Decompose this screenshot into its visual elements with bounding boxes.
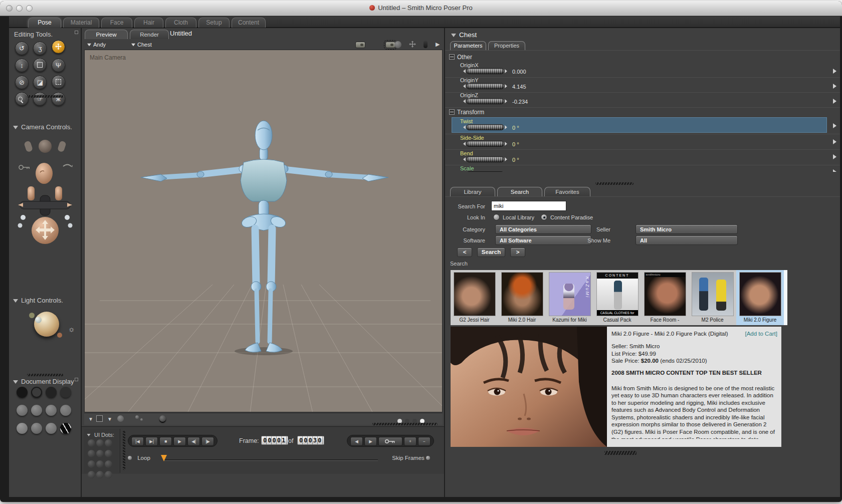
tab-render[interactable]: Render: [130, 30, 169, 39]
anim-drag-handle[interactable]: [123, 431, 125, 470]
tab-search[interactable]: Search: [497, 187, 542, 196]
software-dropdown[interactable]: All Software: [495, 235, 591, 245]
add-key-button[interactable]: +: [404, 437, 416, 446]
ui-dot[interactable]: [105, 471, 112, 478]
tool-twist[interactable]: ʒ: [33, 42, 47, 55]
param-menu-arrow-icon[interactable]: [833, 84, 836, 89]
frame-select-box-icon[interactable]: [96, 415, 103, 422]
show-me-dropdown[interactable]: All: [636, 235, 738, 245]
tool-morphing[interactable]: ☞: [33, 92, 47, 106]
timeline-track[interactable]: [164, 459, 378, 461]
light-dot-3[interactable]: [57, 333, 62, 338]
tool-rotate[interactable]: ↺: [15, 42, 29, 55]
sidebar-drag-handle-1[interactable]: [27, 95, 63, 98]
display-mode-flat-lined[interactable]: [46, 405, 57, 416]
param-originy-dial[interactable]: [463, 83, 507, 89]
tracking-fast-icon[interactable]: [135, 415, 139, 419]
result-casual-pack[interactable]: CONTENTCASUAL CLOTHES for MIKI Casual Pa…: [593, 270, 641, 325]
display-mode-smooth-shaded[interactable]: [17, 423, 28, 434]
part-dropdown[interactable]: Chest: [131, 42, 152, 48]
tracking-mid-icon[interactable]: [140, 418, 143, 421]
collapse-triangle-icon[interactable]: [13, 380, 18, 384]
ui-dot[interactable]: [96, 471, 104, 478]
collapse-group-other[interactable]: [449, 54, 455, 60]
tab-preview[interactable]: Preview: [85, 30, 128, 39]
param-sideside-dial[interactable]: [463, 141, 507, 147]
right-drag-handle[interactable]: [595, 182, 634, 185]
tool-direct-manipulation[interactable]: ж: [52, 92, 65, 106]
radio-content-paradise[interactable]: [541, 214, 547, 220]
param-twist-dial[interactable]: [463, 124, 507, 130]
display-mode-lit-wireframe[interactable]: [17, 405, 28, 416]
tool-translate[interactable]: [52, 40, 65, 54]
camera-controls-cluster[interactable]: [15, 134, 75, 245]
param-menu-arrow-icon[interactable]: [833, 99, 836, 104]
tab-hair[interactable]: Hair: [134, 18, 163, 28]
param-sideside-value[interactable]: 0 °: [512, 141, 519, 147]
search-button[interactable]: Search: [477, 247, 505, 257]
tracking-full-icon[interactable]: [159, 415, 166, 422]
result-miki-20-figure[interactable]: Miki 2.0 Figure: [736, 270, 784, 325]
category-dropdown[interactable]: All Categories: [495, 224, 591, 234]
stop-button[interactable]: ■: [159, 437, 172, 446]
trackball-mini-icon[interactable]: [394, 41, 401, 48]
light-dot-2[interactable]: [35, 317, 42, 323]
actor-dropdown[interactable]: Andy: [87, 42, 106, 48]
display-mode-outline[interactable]: [31, 387, 42, 398]
tab-content[interactable]: Content: [232, 18, 266, 28]
radio-local-library-label[interactable]: Local Library: [503, 214, 534, 220]
search-input[interactable]: [491, 201, 566, 211]
tracking-ball-icon[interactable]: [117, 415, 124, 422]
tab-setup[interactable]: Setup: [198, 18, 230, 28]
light-ball[interactable]: [34, 312, 59, 337]
hand-grab-icon[interactable]: [424, 41, 428, 48]
light-dot-1[interactable]: [29, 313, 35, 318]
param-menu-arrow-icon[interactable]: [833, 154, 836, 159]
param-menu-arrow-icon[interactable]: [833, 139, 836, 144]
total-frames-counter[interactable]: 00030: [297, 436, 324, 445]
depth-cue-triangle-icon[interactable]: ▼: [88, 416, 93, 422]
tool-view-magnifier[interactable]: [15, 92, 29, 106]
center-drag-handle[interactable]: [372, 423, 438, 425]
ui-dot[interactable]: [88, 450, 95, 457]
param-originx-value[interactable]: 0.000: [512, 69, 526, 75]
display-mode-smooth-lined[interactable]: [31, 423, 42, 434]
display-mode-hidden-line[interactable]: [60, 387, 71, 398]
param-bend-value[interactable]: 0 °: [512, 157, 519, 163]
param-twist-value[interactable]: 0 °: [512, 125, 519, 131]
seller-dropdown[interactable]: Smith Micro: [636, 224, 738, 234]
move-cross-icon[interactable]: [408, 41, 416, 49]
current-frame-counter[interactable]: 00001: [261, 436, 288, 445]
display-mode-wireframe[interactable]: [46, 387, 57, 398]
display-mode-cartoon[interactable]: [60, 405, 71, 416]
param-originz-value[interactable]: -0.234: [512, 99, 528, 105]
edit-key-button[interactable]: [378, 437, 402, 446]
next-key-button[interactable]: ▶: [364, 437, 377, 446]
ui-dot[interactable]: [96, 460, 104, 468]
tab-material[interactable]: Material: [63, 18, 99, 28]
param-originz-dial[interactable]: [463, 98, 507, 104]
add-to-cart-link[interactable]: [Add to Cart]: [745, 331, 777, 337]
collapse-triangle-icon[interactable]: [13, 299, 18, 303]
tool-color[interactable]: ◪: [33, 76, 47, 89]
tab-cloth[interactable]: Cloth: [165, 18, 196, 28]
loop-toggle[interactable]: [128, 456, 132, 460]
tool-translate-in-out[interactable]: ↕: [15, 59, 29, 72]
tab-pose[interactable]: Pose: [28, 18, 61, 28]
collapse-group-transform[interactable]: [449, 109, 455, 115]
ui-dot[interactable]: [96, 450, 104, 457]
timeline-playhead[interactable]: [161, 455, 167, 461]
collapse-triangle-icon[interactable]: [87, 434, 91, 436]
play-button[interactable]: ▶: [173, 437, 186, 446]
camera-view-icon[interactable]: [355, 42, 365, 48]
ui-dot[interactable]: [105, 450, 112, 457]
more-controls-arrow-icon[interactable]: ▶: [436, 41, 440, 48]
tab-properties[interactable]: Properties: [488, 41, 525, 50]
result-m2-police[interactable]: M2 Police: [689, 270, 736, 325]
display-mode-sketch[interactable]: [60, 423, 71, 434]
first-frame-button[interactable]: |◀: [131, 437, 144, 446]
ui-dot[interactable]: [96, 439, 104, 447]
tool-grouping[interactable]: [52, 75, 65, 89]
display-mode-flat-shaded[interactable]: [31, 405, 42, 416]
display-mode-texture-shaded[interactable]: [46, 423, 57, 434]
